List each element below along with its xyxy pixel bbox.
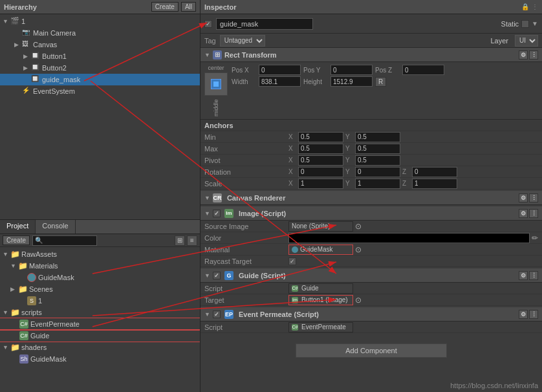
inspector-header: Inspector 🔒 ⋮: [201, 0, 542, 14]
rotation-z-input[interactable]: [412, 167, 457, 177]
cr-more-btn[interactable]: ⋮: [529, 193, 538, 202]
color-eyedropper[interactable]: ✏: [532, 234, 538, 243]
tree-item-guide-mask[interactable]: 🔲 guide_mask: [0, 74, 200, 85]
tree-item-event-system[interactable]: ⚡ EventSystem: [0, 85, 200, 97]
tab-project[interactable]: Project: [0, 220, 36, 234]
guide-script-field[interactable]: C# Guide: [288, 283, 353, 294]
rotation-x-label: X: [288, 168, 296, 175]
material-browse-btn[interactable]: ⊙: [355, 245, 362, 254]
guide-target-field[interactable]: Im Button1 (Image): [288, 295, 353, 305]
scale-z-input[interactable]: [412, 179, 457, 189]
rt-more-btn[interactable]: ⋮: [529, 50, 538, 60]
rt-posz-input[interactable]: [402, 65, 444, 75]
rt-r-btn[interactable]: R: [375, 77, 386, 87]
project-item-shaders[interactable]: ▼ 📁 shaders: [0, 342, 200, 353]
layer-select[interactable]: UI: [515, 35, 538, 47]
img-menu-btn[interactable]: ⚙: [519, 209, 528, 218]
img-more-btn[interactable]: ⋮: [529, 209, 538, 218]
guide-more-btn[interactable]: ⋮: [529, 271, 538, 280]
rotation-y-input[interactable]: [355, 167, 400, 177]
hierarchy-all-btn[interactable]: All: [181, 2, 196, 12]
project-item-rawassets[interactable]: ▼ 📁 RawAssets: [0, 248, 200, 260]
project-item-scripts[interactable]: ▼ 📁 scripts: [0, 307, 200, 318]
tag-select[interactable]: Untagged: [220, 35, 265, 47]
color-field[interactable]: [288, 233, 530, 243]
color-label: Color: [204, 234, 288, 242]
tree-item-button2[interactable]: ▶ 🔲 Button2: [0, 62, 200, 74]
rect-transform-header[interactable]: ▼ ⊞ Rect Transform ⚙ ⋮: [201, 48, 542, 62]
material-field[interactable]: GuideMask: [288, 245, 353, 255]
image-active-checkbox[interactable]: ✓: [213, 210, 221, 217]
project-item-scenes[interactable]: ▶ 📁 Scenes: [0, 283, 200, 295]
pivot-x-input[interactable]: [298, 155, 343, 166]
project-tree: ▼ 📁 RawAssets ▼ 📁 Materials GuideMask: [0, 247, 200, 392]
static-checkbox[interactable]: [521, 20, 529, 28]
anchor-max-x-input[interactable]: [298, 144, 343, 154]
material-icon-guidemask: [27, 273, 36, 282]
project-item-guide[interactable]: C# Guide: [0, 330, 200, 342]
ep-menu-btn[interactable]: ⚙: [519, 310, 528, 319]
anchor-min-y-input[interactable]: [355, 132, 400, 142]
project-list-view-btn[interactable]: ≡: [187, 235, 197, 246]
project-item-guidemask-mat[interactable]: GuideMask: [0, 272, 200, 283]
project-item-guidemask-shader[interactable]: Sh GuideMask: [0, 353, 200, 365]
anchor-max-label: Max: [204, 145, 288, 153]
pivot-y-label: Y: [345, 157, 353, 164]
event-permeate-header[interactable]: ▼ ✓ EP Event Permeate (Script) ⚙ ⋮: [201, 307, 542, 321]
left-panels: Hierarchy Create All ▼ 🎬 1 📷 Main Came: [0, 0, 201, 392]
ep-more-btn[interactable]: ⋮: [529, 310, 538, 319]
rotation-x-input[interactable]: [298, 167, 343, 177]
rt-menu-btn[interactable]: ⚙: [519, 50, 528, 60]
project-item-scene1[interactable]: S 1: [0, 295, 200, 307]
source-image-field[interactable]: None (Sprite): [288, 221, 353, 232]
hierarchy-title: Hierarchy: [4, 3, 37, 11]
folder-icon-shaders: 📁: [10, 343, 20, 352]
add-component-btn[interactable]: Add Component: [296, 343, 447, 358]
object-name-input[interactable]: guide_mask: [216, 18, 313, 30]
rt-height-input[interactable]: [331, 76, 373, 87]
project-item-eventpermeate[interactable]: C# EventPermeate: [0, 318, 200, 330]
project-create-btn[interactable]: Create: [3, 235, 30, 245]
rt-width: Width: [232, 76, 301, 87]
guide-menu-btn[interactable]: ⚙: [519, 271, 528, 280]
tree-item-scene1[interactable]: ▼ 🎬 1: [0, 16, 200, 27]
ep-script-field[interactable]: C# EventPermeate: [288, 322, 353, 332]
tree-item-button1[interactable]: ▶ 🔲 Button1: [0, 50, 200, 62]
rt-width-input[interactable]: [259, 76, 301, 87]
rt-posx-input[interactable]: [259, 65, 301, 75]
active-checkbox[interactable]: ✓: [204, 20, 212, 28]
canvas-renderer-header[interactable]: ▼ CR Canvas Renderer ⚙ ⋮: [201, 191, 542, 205]
canvas-renderer-arrow: ▼: [204, 195, 210, 201]
tree-item-canvas[interactable]: ▶ 🖼 Canvas: [0, 39, 200, 50]
anchor-min-label: Min: [204, 133, 288, 141]
rt-posy-input[interactable]: [331, 65, 373, 75]
rt-anchor-widget[interactable]: [204, 72, 228, 96]
guide-active-checkbox[interactable]: ✓: [213, 272, 221, 279]
color-value: ✏: [288, 233, 538, 243]
tree-item-main-camera[interactable]: 📷 Main Camera: [0, 27, 200, 39]
scale-x-input[interactable]: [298, 179, 343, 189]
source-image-browse-btn[interactable]: ⊙: [355, 222, 362, 231]
tree-label-button2: Button2: [42, 64, 67, 72]
static-dropdown-arrow[interactable]: ▼: [532, 20, 538, 27]
event-permeate-active-checkbox[interactable]: ✓: [213, 310, 221, 318]
project-item-materials[interactable]: ▼ 📁 Materials: [0, 260, 200, 272]
guide-script-header[interactable]: ▼ ✓ G Guide (Script) ⚙ ⋮: [201, 268, 542, 283]
tab-console[interactable]: Console: [36, 220, 75, 234]
rotation-y-label: Y: [345, 168, 353, 175]
project-label-materials: Materials: [29, 262, 58, 270]
project-label-scenes: Scenes: [29, 285, 53, 293]
scale-y-input[interactable]: [355, 179, 400, 189]
anchor-min-x-input[interactable]: [298, 132, 343, 142]
hierarchy-create-btn[interactable]: Create: [151, 2, 179, 12]
guide-target-browse-btn[interactable]: ⊙: [355, 296, 362, 305]
pivot-y-input[interactable]: [355, 155, 400, 166]
cr-menu-btn[interactable]: ⚙: [519, 193, 528, 202]
project-icon-view-btn[interactable]: ⊞: [175, 235, 185, 246]
image-script-header[interactable]: ▼ ✓ Im Image (Script) ⚙ ⋮: [201, 206, 542, 221]
raycast-checkbox[interactable]: ✓: [288, 257, 296, 265]
anchor-max-y-input[interactable]: [355, 144, 400, 154]
guide-script-field-text: Guide: [301, 285, 319, 292]
rt-posz: Pos Z: [375, 65, 444, 75]
project-search[interactable]: 🔍: [32, 235, 97, 246]
